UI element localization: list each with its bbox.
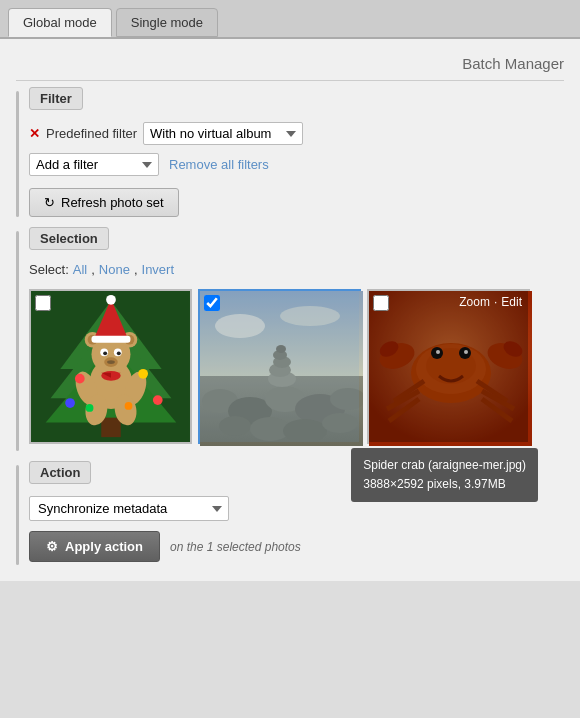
svg-point-17 — [117, 351, 121, 355]
remove-all-filters-link[interactable]: Remove all filters — [169, 157, 269, 172]
remove-predefined-filter-btn[interactable]: ✕ — [29, 126, 40, 141]
photo-grid: Zoom · Edit — [29, 289, 564, 444]
predefined-filter-row: ✕ Predefined filter With no virtual albu… — [29, 122, 564, 145]
add-filter-select[interactable]: Add a filter — [29, 153, 159, 176]
tooltip-filename: Spider crab (araignee-mer.jpg) — [363, 456, 526, 475]
apply-action-button[interactable]: ⚙ Apply action — [29, 531, 160, 562]
svg-point-16 — [103, 351, 107, 355]
svg-point-36 — [280, 306, 340, 326]
svg-point-19 — [107, 360, 115, 364]
refresh-photo-set-button[interactable]: ↻ Refresh photo set — [29, 188, 179, 217]
svg-point-27 — [75, 374, 85, 384]
crab-tooltip: Spider crab (araignee-mer.jpg) 3888×2592… — [351, 448, 538, 502]
add-filter-row: Add a filter Remove all filters — [29, 153, 564, 176]
svg-point-43 — [219, 416, 251, 436]
apply-btn-label: Apply action — [65, 539, 143, 554]
photo-item-rocks — [198, 289, 361, 444]
tooltip-dimensions: 3888×2592 pixels, 3.97MB — [363, 475, 526, 494]
action-section-header: Action — [29, 461, 91, 484]
tabs-bar: Global mode Single mode — [0, 0, 580, 39]
main-content: Batch Manager Filter ✕ Predefined filter… — [0, 39, 580, 581]
predefined-filter-select[interactable]: With no virtual album With virtual album… — [143, 122, 303, 145]
predefined-filter-label: Predefined filter — [46, 126, 137, 141]
select-label: Select: — [29, 262, 69, 277]
filter-section-line — [16, 91, 19, 217]
crab-overlay-actions: Zoom · Edit — [459, 295, 522, 309]
select-none-link[interactable]: None — [99, 262, 130, 277]
svg-point-35 — [215, 314, 265, 338]
svg-rect-12 — [92, 336, 131, 343]
filter-section-header: Filter — [29, 87, 83, 110]
svg-point-45 — [283, 419, 327, 443]
svg-point-31 — [86, 404, 94, 412]
page-title: Batch Manager — [16, 49, 564, 81]
select-invert-link[interactable]: Invert — [142, 262, 175, 277]
photo-item-teddy — [29, 289, 192, 444]
edit-link[interactable]: Edit — [501, 295, 522, 309]
svg-point-30 — [153, 395, 163, 405]
apply-btn-row: ⚙ Apply action on the 1 selected photos — [29, 531, 564, 562]
svg-rect-4 — [101, 418, 120, 437]
photo-item-crab: Zoom · Edit — [367, 289, 530, 444]
gear-icon: ⚙ — [46, 539, 58, 554]
svg-point-51 — [276, 345, 286, 353]
svg-point-28 — [138, 369, 148, 379]
photo-checkbox-rocks[interactable] — [204, 295, 220, 311]
action-select[interactable]: Synchronize metadata Export Delete — [29, 496, 229, 521]
refresh-icon: ↻ — [44, 195, 55, 210]
tab-single[interactable]: Single mode — [116, 8, 218, 37]
svg-point-46 — [322, 413, 358, 433]
selection-section-header: Selection — [29, 227, 109, 250]
apply-action-note: on the 1 selected photos — [170, 540, 301, 554]
select-links-row: Select: All, None, Invert — [29, 262, 564, 277]
rocks-image — [200, 291, 363, 446]
svg-point-29 — [65, 398, 75, 408]
zoom-link[interactable]: Zoom — [459, 295, 490, 309]
photo-checkbox-teddy[interactable] — [35, 295, 51, 311]
selection-section-line — [16, 231, 19, 451]
action-section-line — [16, 465, 19, 565]
photo-checkbox-crab[interactable] — [373, 295, 389, 311]
tab-global[interactable]: Global mode — [8, 8, 112, 37]
select-all-link[interactable]: All — [73, 262, 87, 277]
crab-photo-overlay: Zoom · Edit — [369, 291, 528, 442]
svg-point-32 — [125, 402, 133, 410]
teddy-image — [31, 291, 190, 442]
refresh-btn-label: Refresh photo set — [61, 195, 164, 210]
svg-point-13 — [106, 295, 116, 305]
